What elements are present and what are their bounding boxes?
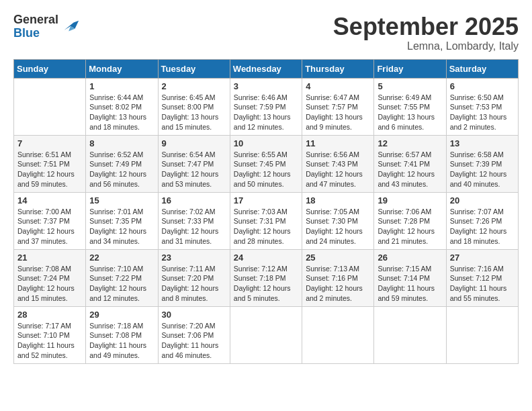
calendar-week-row: 21Sunrise: 7:08 AM Sunset: 7:24 PM Dayli… [14, 249, 519, 306]
calendar-week-row: 14Sunrise: 7:00 AM Sunset: 7:37 PM Dayli… [14, 192, 519, 249]
calendar-cell: 22Sunrise: 7:10 AM Sunset: 7:22 PM Dayli… [86, 249, 158, 306]
location: Lemna, Lombardy, Italy [333, 40, 519, 52]
day-number: 5 [378, 81, 442, 91]
day-number: 26 [378, 253, 442, 263]
day-info: Sunrise: 7:11 AM Sunset: 7:20 PM Dayligh… [162, 264, 226, 304]
column-header-sunday: Sunday [14, 59, 86, 78]
calendar-cell: 28Sunrise: 7:17 AM Sunset: 7:10 PM Dayli… [14, 306, 86, 363]
day-info: Sunrise: 7:16 AM Sunset: 7:12 PM Dayligh… [450, 264, 515, 304]
calendar-cell: 12Sunrise: 6:57 AM Sunset: 7:41 PM Dayli… [374, 135, 446, 192]
calendar-cell: 3Sunrise: 6:46 AM Sunset: 7:59 PM Daylig… [230, 78, 302, 135]
calendar-cell: 6Sunrise: 6:50 AM Sunset: 7:53 PM Daylig… [446, 78, 518, 135]
day-info: Sunrise: 6:44 AM Sunset: 8:02 PM Dayligh… [89, 93, 154, 132]
day-number: 22 [89, 253, 154, 263]
calendar-week-row: 7Sunrise: 6:51 AM Sunset: 7:51 PM Daylig… [14, 135, 519, 192]
calendar-cell: 1Sunrise: 6:44 AM Sunset: 8:02 PM Daylig… [86, 78, 158, 135]
day-number: 19 [378, 195, 442, 205]
day-info: Sunrise: 7:10 AM Sunset: 7:22 PM Dayligh… [89, 264, 154, 304]
day-number: 14 [17, 195, 82, 205]
day-number: 7 [17, 138, 82, 148]
day-number: 21 [17, 253, 82, 263]
calendar-table: SundayMondayTuesdayWednesdayThursdayFrid… [13, 59, 519, 364]
day-info: Sunrise: 7:18 AM Sunset: 7:08 PM Dayligh… [89, 321, 154, 361]
day-number: 3 [234, 81, 298, 91]
day-info: Sunrise: 7:03 AM Sunset: 7:31 PM Dayligh… [234, 207, 298, 246]
title-block: September 2025 Lemna, Lombardy, Italy [333, 13, 519, 52]
day-number: 24 [234, 253, 298, 263]
day-number: 27 [450, 253, 515, 263]
day-number: 20 [450, 195, 515, 205]
calendar-cell: 18Sunrise: 7:05 AM Sunset: 7:30 PM Dayli… [302, 192, 374, 249]
day-number: 15 [89, 195, 154, 205]
day-info: Sunrise: 6:46 AM Sunset: 7:59 PM Dayligh… [234, 93, 298, 132]
month-title: September 2025 [333, 13, 519, 40]
day-info: Sunrise: 7:00 AM Sunset: 7:37 PM Dayligh… [17, 207, 82, 246]
day-info: Sunrise: 6:58 AM Sunset: 7:39 PM Dayligh… [450, 150, 515, 189]
calendar-cell: 21Sunrise: 7:08 AM Sunset: 7:24 PM Dayli… [14, 249, 86, 306]
day-number: 23 [162, 253, 226, 263]
day-info: Sunrise: 6:49 AM Sunset: 7:55 PM Dayligh… [378, 93, 442, 132]
day-info: Sunrise: 6:51 AM Sunset: 7:51 PM Dayligh… [17, 150, 82, 189]
calendar-cell: 11Sunrise: 6:56 AM Sunset: 7:43 PM Dayli… [302, 135, 374, 192]
calendar-cell: 9Sunrise: 6:54 AM Sunset: 7:47 PM Daylig… [158, 135, 230, 192]
calendar-header-row: SundayMondayTuesdayWednesdayThursdayFrid… [14, 59, 519, 78]
day-info: Sunrise: 6:56 AM Sunset: 7:43 PM Dayligh… [306, 150, 370, 189]
calendar-cell: 23Sunrise: 7:11 AM Sunset: 7:20 PM Dayli… [158, 249, 230, 306]
calendar-cell: 16Sunrise: 7:02 AM Sunset: 7:33 PM Dayli… [158, 192, 230, 249]
column-header-thursday: Thursday [302, 59, 374, 78]
day-info: Sunrise: 7:20 AM Sunset: 7:06 PM Dayligh… [162, 321, 226, 361]
day-info: Sunrise: 7:15 AM Sunset: 7:14 PM Dayligh… [378, 264, 442, 304]
day-info: Sunrise: 6:52 AM Sunset: 7:49 PM Dayligh… [89, 150, 154, 189]
day-info: Sunrise: 7:06 AM Sunset: 7:28 PM Dayligh… [378, 207, 442, 246]
day-info: Sunrise: 7:13 AM Sunset: 7:16 PM Dayligh… [306, 264, 370, 304]
calendar-cell: 27Sunrise: 7:16 AM Sunset: 7:12 PM Dayli… [446, 249, 518, 306]
column-header-tuesday: Tuesday [158, 59, 230, 78]
day-info: Sunrise: 7:08 AM Sunset: 7:24 PM Dayligh… [17, 264, 82, 304]
calendar-cell: 20Sunrise: 7:07 AM Sunset: 7:26 PM Dayli… [446, 192, 518, 249]
day-number: 16 [162, 195, 226, 205]
day-info: Sunrise: 7:12 AM Sunset: 7:18 PM Dayligh… [234, 264, 298, 304]
day-info: Sunrise: 7:05 AM Sunset: 7:30 PM Dayligh… [306, 207, 370, 246]
column-header-saturday: Saturday [446, 59, 518, 78]
calendar-cell: 26Sunrise: 7:15 AM Sunset: 7:14 PM Dayli… [374, 249, 446, 306]
column-header-wednesday: Wednesday [230, 59, 302, 78]
day-number: 2 [162, 81, 226, 91]
day-number: 10 [234, 138, 298, 148]
calendar-cell: 25Sunrise: 7:13 AM Sunset: 7:16 PM Dayli… [302, 249, 374, 306]
calendar-cell: 4Sunrise: 6:47 AM Sunset: 7:57 PM Daylig… [302, 78, 374, 135]
calendar-cell: 10Sunrise: 6:55 AM Sunset: 7:45 PM Dayli… [230, 135, 302, 192]
calendar-cell [374, 306, 446, 363]
day-number: 13 [450, 138, 515, 148]
day-info: Sunrise: 6:57 AM Sunset: 7:41 PM Dayligh… [378, 150, 442, 189]
day-number: 28 [17, 310, 82, 320]
day-number: 29 [89, 310, 154, 320]
logo-blue: Blue [13, 27, 58, 40]
calendar-cell: 29Sunrise: 7:18 AM Sunset: 7:08 PM Dayli… [86, 306, 158, 363]
logo-general: General [13, 13, 58, 27]
calendar-cell: 24Sunrise: 7:12 AM Sunset: 7:18 PM Dayli… [230, 249, 302, 306]
day-info: Sunrise: 7:17 AM Sunset: 7:10 PM Dayligh… [17, 321, 82, 361]
day-number: 12 [378, 138, 442, 148]
day-info: Sunrise: 6:55 AM Sunset: 7:45 PM Dayligh… [234, 150, 298, 189]
logo: General Blue [13, 13, 80, 40]
calendar-cell [230, 306, 302, 363]
day-number: 6 [450, 81, 515, 91]
day-number: 17 [234, 195, 298, 205]
calendar-cell: 30Sunrise: 7:20 AM Sunset: 7:06 PM Dayli… [158, 306, 230, 363]
day-number: 4 [306, 81, 370, 91]
day-info: Sunrise: 6:50 AM Sunset: 7:53 PM Dayligh… [450, 93, 515, 132]
calendar-cell [446, 306, 518, 363]
calendar-cell: 14Sunrise: 7:00 AM Sunset: 7:37 PM Dayli… [14, 192, 86, 249]
day-number: 11 [306, 138, 370, 148]
day-info: Sunrise: 6:47 AM Sunset: 7:57 PM Dayligh… [306, 93, 370, 132]
day-info: Sunrise: 7:01 AM Sunset: 7:35 PM Dayligh… [89, 207, 154, 246]
logo-text: General Blue [13, 13, 58, 40]
calendar-cell: 13Sunrise: 6:58 AM Sunset: 7:39 PM Dayli… [446, 135, 518, 192]
calendar-cell: 5Sunrise: 6:49 AM Sunset: 7:55 PM Daylig… [374, 78, 446, 135]
logo-icon [61, 17, 80, 36]
calendar-cell: 2Sunrise: 6:45 AM Sunset: 8:00 PM Daylig… [158, 78, 230, 135]
day-number: 8 [89, 138, 154, 148]
day-number: 25 [306, 253, 370, 263]
column-header-monday: Monday [86, 59, 158, 78]
day-number: 30 [162, 310, 226, 320]
